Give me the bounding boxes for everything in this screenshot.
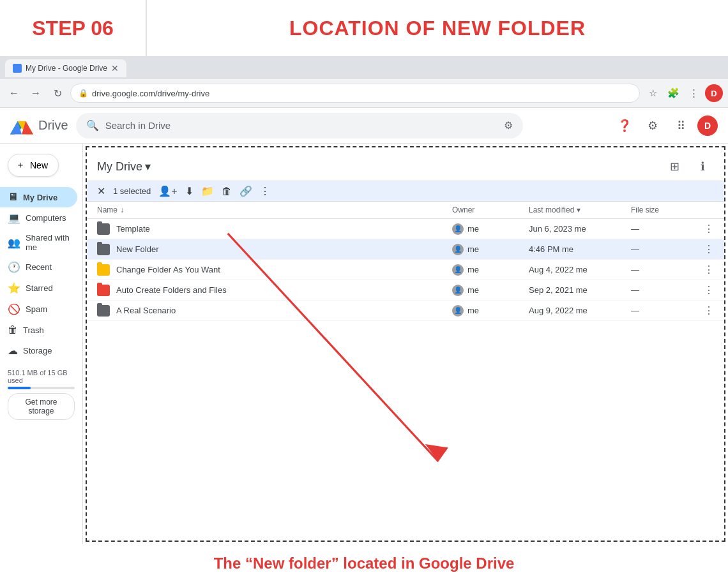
sidebar-recent-label: Recent [26, 262, 52, 272]
sidebar-spam-label: Spam [26, 304, 47, 314]
user-avatar[interactable]: D [697, 116, 718, 136]
header-step-box: STEP 06 [0, 0, 147, 56]
folder-icon [97, 285, 110, 296]
sidebar-item-spam[interactable]: 🚫 Spam [0, 299, 77, 320]
dropdown-arrow-icon[interactable]: ▾ [145, 160, 151, 174]
sidebar: ＋ New 🖥 My Drive 💻 Computers 👥 Shared wi… [0, 144, 83, 544]
download-icon[interactable]: ⬇ [185, 185, 193, 197]
storage-text: 510.1 MB of 15 GB used [8, 369, 75, 384]
sidebar-item-shared[interactable]: 👥 Shared with me [0, 228, 77, 257]
sidebar-computers-label: Computers [26, 213, 66, 223]
back-button[interactable]: ← [5, 84, 23, 102]
file-name: A Real Scenario [116, 306, 176, 315]
file-size: — [631, 306, 695, 315]
table-row[interactable]: A Real Scenario 👤 me Aug 9, 2022 me — ⋮ [87, 301, 724, 321]
owner-avatar: 👤 [452, 305, 464, 317]
owner-name: me [467, 285, 479, 295]
tab-favicon-icon [13, 64, 22, 73]
mydrive-title-text: My Drive [97, 160, 142, 174]
table-row[interactable]: Template 👤 me Jun 6, 2023 me — ⋮ [87, 219, 724, 239]
forward-button[interactable]: → [27, 84, 45, 102]
menu-icon[interactable]: ⋮ [685, 84, 702, 102]
filter-icon[interactable]: ⚙ [504, 119, 513, 131]
modified-date: Sep 2, 2021 me [529, 285, 631, 295]
col-owner: Owner [452, 205, 529, 214]
header-title-box: LOCATION OF NEW FOLDER [147, 17, 728, 40]
file-size: — [631, 224, 695, 234]
sidebar-item-starred[interactable]: ⭐ Starred [0, 278, 77, 299]
step-label: STEP 06 [32, 17, 113, 40]
folder-icon [97, 223, 110, 235]
my-drive-icon: 🖥 [8, 191, 18, 203]
main-content-wrapper: My Drive ▾ ⊞ ℹ ✕ 1 selected 👤+ ⬇ 📁 🗑 [83, 144, 728, 544]
file-name-cell: New Folder [97, 244, 452, 255]
row-more-icon[interactable]: ⋮ [695, 243, 714, 255]
selection-bar: ✕ 1 selected 👤+ ⬇ 📁 🗑 🔗 ⋮ [87, 181, 724, 202]
link-icon[interactable]: 🔗 [239, 185, 252, 197]
trash-icon: 🗑 [8, 324, 18, 336]
apps-icon[interactable]: ⠿ [669, 114, 692, 137]
caption: The “New folder” located in Google Drive [0, 544, 728, 582]
get-storage-button[interactable]: Get more storage [8, 393, 75, 420]
settings-icon[interactable]: ⚙ [641, 114, 664, 137]
owner-cell: 👤 me [452, 305, 529, 317]
drive-body: ＋ New 🖥 My Drive 💻 Computers 👥 Shared wi… [0, 144, 728, 544]
grid-view-icon[interactable]: ⊞ [663, 155, 686, 178]
sidebar-my-drive-label: My Drive [23, 193, 57, 202]
bookmark-icon[interactable]: ☆ [644, 84, 662, 102]
folder-move-icon[interactable]: 📁 [201, 185, 214, 197]
profile-icon[interactable]: D [705, 84, 723, 102]
search-input[interactable]: Search in Drive [105, 120, 497, 131]
drive-topbar: Drive 🔍 Search in Drive ⚙ ❓ ⚙ ⠿ D [0, 108, 728, 144]
browser-tab[interactable]: My Drive - Google Drive ✕ [5, 59, 126, 77]
sidebar-item-computers[interactable]: 💻 Computers [0, 207, 77, 228]
new-button-label: New [30, 160, 48, 170]
modified-date: Aug 4, 2022 me [529, 265, 631, 274]
computers-icon: 💻 [8, 212, 20, 224]
folder-icon [97, 305, 110, 317]
tab-title: My Drive - Google Drive [26, 64, 107, 73]
info-icon[interactable]: ℹ [691, 155, 714, 178]
folder-icon [97, 244, 110, 255]
delete-icon[interactable]: 🗑 [222, 186, 232, 197]
row-more-icon[interactable]: ⋮ [695, 264, 714, 276]
address-bar-row: ← → ↻ 🔒 drive.google.com/drive/my-drive … [0, 79, 728, 107]
sidebar-shared-label: Shared with me [26, 233, 70, 252]
storage-bar-fill [8, 387, 31, 389]
col-name[interactable]: Name ↓ [97, 205, 452, 214]
table-row[interactable]: Auto Create Folders and Files 👤 me Sep 2… [87, 280, 724, 301]
search-bar[interactable]: 🔍 Search in Drive ⚙ [76, 113, 523, 138]
owner-cell: 👤 me [452, 264, 529, 276]
row-more-icon[interactable]: ⋮ [695, 284, 714, 296]
add-person-icon[interactable]: 👤+ [158, 185, 177, 197]
row-more-icon[interactable]: ⋮ [695, 304, 714, 317]
main-content: My Drive ▾ ⊞ ℹ ✕ 1 selected 👤+ ⬇ 📁 🗑 [86, 146, 725, 542]
sidebar-item-storage[interactable]: ☁ Storage [0, 340, 77, 361]
help-icon[interactable]: ❓ [613, 114, 636, 137]
tab-close-button[interactable]: ✕ [111, 63, 119, 73]
sidebar-item-trash[interactable]: 🗑 Trash [0, 320, 77, 340]
header-title-text: LOCATION OF NEW FOLDER [289, 17, 586, 40]
table-row[interactable]: Change Folder As You Want 👤 me Aug 4, 20… [87, 260, 724, 280]
sidebar-starred-label: Starred [26, 283, 53, 293]
drive-app: Drive 🔍 Search in Drive ⚙ ❓ ⚙ ⠿ D ＋ New … [0, 108, 728, 544]
owner-name: me [467, 224, 479, 234]
refresh-button[interactable]: ↻ [49, 84, 66, 102]
row-more-icon[interactable]: ⋮ [695, 223, 714, 235]
file-size: — [631, 285, 695, 295]
table-row[interactable]: New Folder 👤 me 4:46 PM me — ⋮ [87, 239, 724, 260]
extension-icon[interactable]: 🧩 [664, 84, 682, 102]
search-icon: 🔍 [86, 119, 99, 131]
sidebar-item-recent[interactable]: 🕐 Recent [0, 257, 77, 278]
new-button[interactable]: ＋ New [8, 154, 59, 177]
storage-icon: ☁ [8, 345, 18, 357]
selection-close-icon[interactable]: ✕ [97, 185, 105, 197]
modified-date: 4:46 PM me [529, 244, 631, 254]
owner-avatar: 👤 [452, 244, 464, 255]
more-actions-icon[interactable]: ⋮ [260, 185, 270, 197]
file-name-cell: A Real Scenario [97, 305, 452, 317]
sidebar-trash-label: Trash [23, 325, 44, 335]
sidebar-item-my-drive[interactable]: 🖥 My Drive [0, 187, 77, 207]
storage-info: 510.1 MB of 15 GB used Get more storage [0, 361, 82, 428]
address-input[interactable]: 🔒 drive.google.com/drive/my-drive [70, 84, 640, 103]
